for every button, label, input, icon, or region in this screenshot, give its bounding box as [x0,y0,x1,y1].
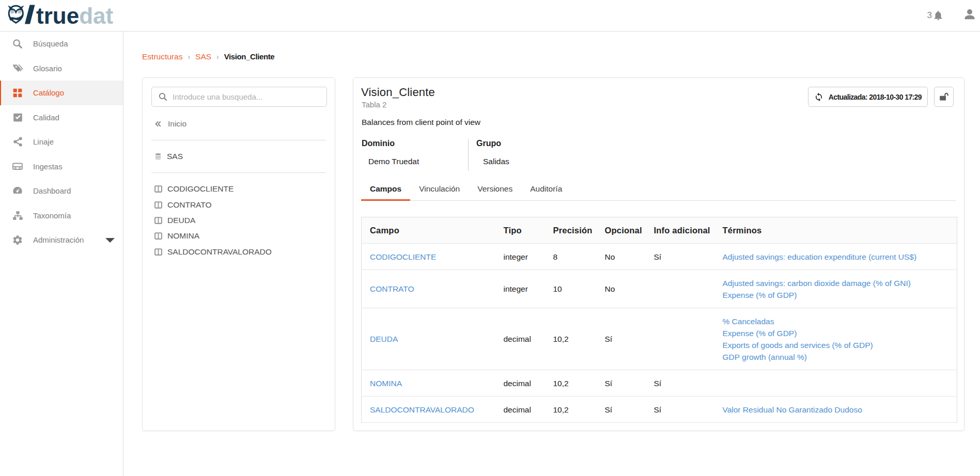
svg-text:truedat: truedat [36,3,113,28]
